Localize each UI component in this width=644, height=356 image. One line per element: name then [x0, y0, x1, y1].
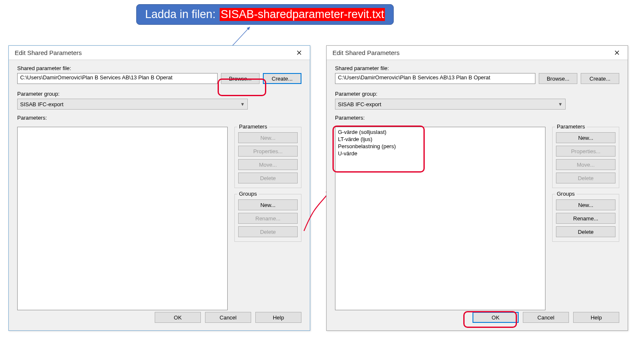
- parameter-item[interactable]: LT-värde (ljus): [338, 136, 543, 143]
- cancel-button[interactable]: Cancel: [523, 312, 569, 323]
- param-delete-button[interactable]: Delete: [238, 173, 298, 183]
- group-delete-button[interactable]: Delete: [238, 226, 298, 237]
- group-selected: SISAB IFC-export: [20, 101, 63, 107]
- params-label: Parameters:: [335, 115, 619, 121]
- chevron-down-icon: ▼: [240, 102, 245, 107]
- help-button[interactable]: Help: [573, 312, 619, 323]
- file-path-input[interactable]: C:\Users\DamirOmerovic\Plan B Services A…: [335, 73, 535, 84]
- group-label: Parameter group:: [17, 91, 301, 97]
- create-button[interactable]: Create...: [581, 73, 619, 84]
- browse-button[interactable]: Browse...: [539, 73, 577, 84]
- groups-panel: Groups New... Rename... Delete: [552, 194, 619, 242]
- param-move-button[interactable]: Move...: [556, 159, 615, 170]
- parameters-listbox[interactable]: [17, 127, 228, 310]
- parameters-listbox[interactable]: G-värde (solljuslast)LT-värde (ljus)Pers…: [335, 127, 545, 310]
- param-properties-button[interactable]: Properties...: [238, 146, 298, 157]
- group-label: Parameter group:: [335, 91, 619, 97]
- instruction-callout: Ladda in filen: SISAB-sharedparameter-re…: [136, 4, 394, 25]
- group-new-button[interactable]: New...: [238, 199, 298, 210]
- create-button[interactable]: Create...: [263, 73, 301, 84]
- parameters-panel-legend: Parameters: [555, 123, 587, 130]
- parameter-group-select[interactable]: SISAB IFC-export ▼: [335, 99, 566, 110]
- groups-panel: Groups New... Rename... Delete: [234, 194, 301, 242]
- parameter-item[interactable]: G-värde (solljuslast): [338, 129, 543, 136]
- param-properties-button[interactable]: Properties...: [556, 146, 615, 157]
- ok-button[interactable]: OK: [473, 312, 519, 323]
- dialog-title: Edit Shared Parameters: [332, 49, 400, 56]
- close-button[interactable]: [608, 47, 625, 59]
- parameters-panel: Parameters New... Properties... Move... …: [552, 127, 619, 188]
- titlebar: Edit Shared Parameters: [9, 46, 310, 60]
- browse-button[interactable]: Browse...: [221, 73, 260, 84]
- file-label: Shared parameter file:: [17, 65, 301, 71]
- group-selected: SISAB IFC-export: [338, 101, 381, 107]
- param-new-button[interactable]: New...: [238, 132, 298, 143]
- file-label: Shared parameter file:: [335, 65, 619, 71]
- titlebar: Edit Shared Parameters: [327, 46, 628, 60]
- groups-panel-legend: Groups: [237, 191, 259, 197]
- cancel-button[interactable]: Cancel: [205, 312, 251, 323]
- parameter-item[interactable]: Personbelastning (pers): [338, 143, 543, 150]
- close-icon: [297, 50, 301, 55]
- chevron-down-icon: ▼: [558, 102, 563, 107]
- callout-filename: SISAB-sharedparameter-revit.txt: [220, 8, 385, 21]
- group-rename-button[interactable]: Rename...: [238, 213, 298, 224]
- parameter-group-select[interactable]: SISAB IFC-export ▼: [17, 99, 248, 110]
- groups-panel-legend: Groups: [555, 191, 576, 197]
- close-icon: [615, 50, 619, 55]
- params-label: Parameters:: [17, 115, 301, 121]
- dialog-title: Edit Shared Parameters: [15, 49, 82, 56]
- parameter-item[interactable]: U-värde: [338, 150, 543, 157]
- param-delete-button[interactable]: Delete: [556, 173, 615, 183]
- edit-shared-parameters-dialog-before: Edit Shared Parameters Shared parameter …: [8, 45, 310, 331]
- file-path-input[interactable]: C:\Users\DamirOmerovic\Plan B Services A…: [17, 73, 218, 84]
- group-delete-button[interactable]: Delete: [556, 226, 615, 237]
- close-button[interactable]: [291, 47, 307, 59]
- callout-prefix: Ladda in filen:: [145, 8, 216, 21]
- parameters-panel-legend: Parameters: [237, 123, 269, 130]
- group-new-button[interactable]: New...: [556, 199, 615, 210]
- parameters-panel: Parameters New... Properties... Move... …: [234, 127, 301, 188]
- group-rename-button[interactable]: Rename...: [556, 213, 615, 224]
- edit-shared-parameters-dialog-after: Edit Shared Parameters Shared parameter …: [326, 45, 628, 331]
- param-new-button[interactable]: New...: [556, 132, 615, 143]
- help-button[interactable]: Help: [255, 312, 301, 323]
- ok-button[interactable]: OK: [155, 312, 201, 323]
- param-move-button[interactable]: Move...: [238, 159, 298, 170]
